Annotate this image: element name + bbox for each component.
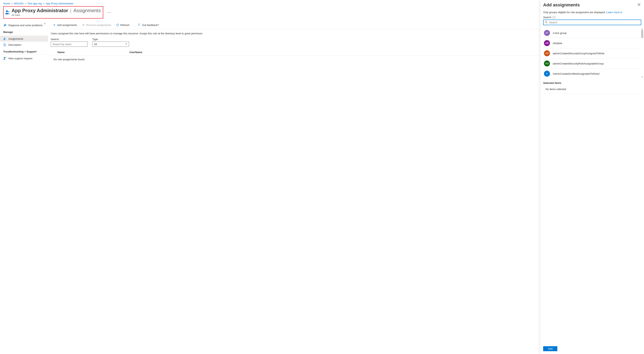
collapse-sidebar-button[interactable]: « bbox=[44, 22, 46, 25]
title-separator: | bbox=[70, 8, 71, 14]
crumb-test-app-reg[interactable]: Test app reg bbox=[28, 2, 42, 5]
avatar: A bbox=[544, 71, 550, 77]
avatar: AT bbox=[544, 30, 550, 36]
crumb-sep: > bbox=[12, 2, 13, 5]
svg-point-1 bbox=[8, 11, 10, 12]
sidebar-label: Diagnose and solve problems bbox=[8, 24, 42, 27]
wrench-icon bbox=[3, 24, 6, 27]
crumb-sep: > bbox=[25, 2, 26, 5]
page-title-box: App Proxy Administrator | Assignments Al… bbox=[3, 6, 103, 18]
sidebar-section-troubleshoot: Troubleshooting + Support bbox=[0, 48, 48, 54]
col-name-header[interactable]: Name bbox=[58, 51, 130, 54]
close-button[interactable] bbox=[637, 2, 641, 8]
avatar: AB bbox=[544, 40, 550, 46]
toolbar-label: Add assignments bbox=[57, 24, 77, 26]
info-icon[interactable]: i bbox=[552, 16, 555, 19]
group-item[interactable]: ADadminCreatedSecurityRoleAssignableGrou… bbox=[543, 58, 641, 69]
toolbar-label: Got feedback? bbox=[142, 24, 159, 26]
refresh-button[interactable]: Refresh bbox=[114, 22, 132, 28]
feedback-button[interactable]: Got feedback? bbox=[136, 22, 161, 28]
sidebar-label: Assignments bbox=[8, 37, 23, 40]
x-icon bbox=[82, 23, 85, 26]
svg-point-4 bbox=[4, 57, 5, 58]
group-list[interactable]: ATA test groupABAbhijeetADadminCreatedSe… bbox=[543, 28, 641, 78]
sidebar-item-diagnose[interactable]: Diagnose and solve problems bbox=[0, 22, 48, 28]
crumb-app-proxy-admin[interactable]: App Proxy Administrator bbox=[46, 2, 74, 5]
search-label: Search bbox=[51, 38, 88, 41]
sidebar-item-description[interactable]: Description bbox=[0, 42, 48, 48]
search-icon bbox=[545, 21, 548, 24]
scrollbar[interactable]: ▲ ▼ bbox=[641, 28, 643, 78]
external-link-icon: ⧉ bbox=[620, 11, 622, 14]
svg-point-5 bbox=[138, 24, 140, 25]
group-item[interactable]: ABAbhijeet bbox=[543, 38, 641, 48]
support-icon bbox=[3, 57, 6, 60]
sidebar: « Diagnose and solve problems Manage Ass… bbox=[0, 21, 48, 354]
svg-point-0 bbox=[6, 10, 8, 12]
sidebar-section-manage: Manage bbox=[0, 28, 48, 35]
type-label: Type bbox=[92, 38, 129, 41]
blade-info-text: Only groups eligible for role assignment… bbox=[543, 11, 641, 14]
toolbar-label: Remove assignments bbox=[86, 24, 111, 26]
blade-title: Add assignments bbox=[543, 2, 580, 8]
avatar: AD bbox=[544, 60, 550, 66]
svg-point-2 bbox=[4, 38, 5, 39]
toolbar-label: Refresh bbox=[120, 24, 130, 26]
group-item[interactable]: AAdminCreatedUnifiedAssignableToRole2 bbox=[543, 69, 641, 78]
group-name: Abhijeet bbox=[553, 42, 562, 45]
group-name: adminCreatedSecurityRoleAssignableGroup bbox=[553, 62, 604, 65]
group-name: A test group bbox=[553, 32, 566, 34]
group-name: adminCreatedSecurityGroupAssignedToRole bbox=[553, 52, 604, 55]
blade-search-input[interactable] bbox=[543, 20, 641, 25]
selected-items-empty: No items selected bbox=[543, 86, 641, 94]
page-title: App Proxy Administrator bbox=[12, 8, 68, 14]
crumb-sep: > bbox=[43, 2, 44, 5]
type-value: All bbox=[94, 43, 97, 46]
add-assignments-button[interactable]: Add assignments bbox=[51, 22, 79, 28]
feedback-icon bbox=[138, 23, 141, 26]
group-item[interactable]: ATA test group bbox=[543, 28, 641, 38]
document-icon bbox=[3, 43, 6, 46]
page-caption: All roles bbox=[12, 14, 101, 16]
blade-search-label: Search bbox=[543, 16, 551, 19]
sidebar-label: New support request bbox=[8, 57, 32, 60]
search-input[interactable] bbox=[51, 42, 88, 47]
svg-point-6 bbox=[545, 21, 547, 23]
scroll-down-icon[interactable]: ▼ bbox=[641, 76, 643, 78]
selected-items-header: Selected items bbox=[543, 82, 641, 84]
learn-more-link[interactable]: Learn more ⧉ bbox=[606, 11, 622, 14]
more-button[interactable]: ⋯ bbox=[106, 10, 112, 15]
group-item[interactable]: ADadminCreatedSecurityGroupAssignedToRol… bbox=[543, 48, 641, 58]
group-name: AdminCreatedUnifiedAssignableToRole2 bbox=[553, 72, 600, 75]
avatar: AD bbox=[544, 50, 550, 56]
page-subtitle: Assignments bbox=[73, 8, 101, 14]
scrollbar-thumb[interactable] bbox=[641, 30, 643, 38]
sidebar-item-support[interactable]: New support request bbox=[0, 55, 48, 61]
sidebar-label: Description bbox=[8, 43, 21, 46]
scroll-up-icon[interactable]: ▲ bbox=[641, 28, 643, 30]
people-icon bbox=[5, 10, 10, 15]
crumb-home[interactable]: Home bbox=[3, 2, 10, 5]
type-select[interactable]: All bbox=[92, 42, 129, 47]
add-button[interactable]: Add bbox=[543, 346, 557, 351]
people-icon bbox=[3, 37, 6, 40]
add-assignments-blade: Add assignments Only groups eligible for… bbox=[540, 0, 644, 354]
crumb-msods[interactable]: MSODS bbox=[14, 2, 24, 5]
sidebar-item-assignments[interactable]: Assignments bbox=[0, 36, 48, 42]
refresh-icon bbox=[116, 23, 119, 26]
plus-icon bbox=[53, 23, 56, 26]
svg-point-3 bbox=[5, 38, 6, 39]
remove-assignments-button: Remove assignments bbox=[80, 22, 113, 28]
